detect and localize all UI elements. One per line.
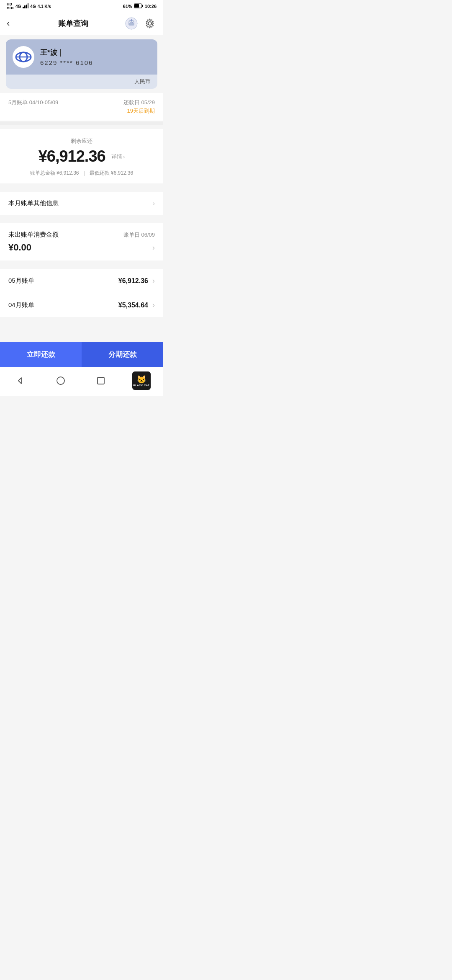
other-info-block: 本月账单其他信息 › (0, 192, 163, 215)
detail-button[interactable]: 详情 › (111, 153, 125, 160)
svg-rect-0 (23, 7, 24, 8)
svg-rect-2 (26, 5, 27, 8)
unbilled-date: 账单日 06/09 (123, 231, 155, 239)
card-section: 王*波 6229 **** 6106 人民币 (6, 39, 157, 89)
chevron-right-icon: › (153, 200, 155, 207)
remaining-label: 剩余应还 (8, 137, 155, 145)
svg-rect-1 (24, 5, 26, 8)
battery-label: 61% (123, 4, 132, 9)
amount-sub: 账单总金额 ¥6,912.36 最低还款 ¥6,912.36 (8, 170, 155, 177)
cursor (60, 49, 61, 57)
svg-rect-3 (28, 3, 28, 8)
billing-due-date: 还款日 05/29 (123, 99, 155, 106)
monthly-amount: ¥6,912.36 (118, 277, 148, 285)
svg-point-16 (148, 22, 152, 25)
chevron-right-icon: › (152, 276, 155, 285)
avatar-button[interactable] (125, 17, 138, 30)
pay-now-button[interactable]: 立即还款 (0, 342, 82, 367)
remaining-section: 剩余应还 ¥6,912.36 详情 › 账单总金额 ¥6,912.36 最低还款… (0, 129, 163, 183)
black-cat-badge: 🐱 BLACK CAT (132, 371, 152, 390)
monthly-bill-item[interactable]: 04月账单 ¥5,354.64 › (0, 293, 163, 317)
hd-label: HDHD₂ (7, 3, 14, 10)
unbilled-block: 未出账单消费金额 账单日 06/09 ¥0.00 › (0, 223, 163, 260)
svg-rect-22 (98, 377, 104, 384)
bottom-nav: 🐱 BLACK CAT (0, 367, 163, 396)
unbilled-header: 未出账单消费金额 账单日 06/09 (8, 231, 155, 239)
status-bar: HDHD₂ 4G 4G 4.1 K/s 61% 10:26 (0, 0, 163, 12)
battery-icon (134, 3, 143, 9)
min-label: 最低还款 ¥6,912.36 (90, 170, 134, 177)
other-info-right: › (153, 200, 155, 207)
header: ‹ 账单查询 (0, 12, 163, 35)
svg-rect-15 (131, 19, 132, 20)
back-button[interactable]: ‹ (7, 18, 23, 29)
billing-period-label: 5月账单 04/10-05/09 (8, 99, 58, 106)
network-4g2: 4G (30, 4, 36, 9)
other-info-item[interactable]: 本月账单其他信息 › (0, 192, 163, 215)
chevron-right-icon: › (152, 301, 155, 309)
black-cat-text: BLACK CAT (133, 384, 149, 387)
unbilled-label: 未出账单消费金额 (8, 231, 59, 239)
remaining-amount: ¥6,912.36 (39, 147, 105, 165)
monthly-label: 04月账单 (8, 301, 34, 309)
svg-point-21 (57, 377, 64, 384)
bottom-buttons: 立即还款 分期还款 (0, 342, 163, 367)
settings-button[interactable] (143, 17, 157, 30)
svg-rect-5 (142, 5, 143, 7)
svg-rect-6 (134, 4, 139, 8)
billing-days: 19天后到期 (123, 107, 155, 115)
sub-divider (84, 171, 85, 176)
status-right: 61% 10:26 (123, 3, 157, 9)
total-label: 账单总金额 ¥6,912.36 (30, 170, 79, 177)
card-currency: 人民币 (6, 75, 157, 89)
svg-point-13 (132, 22, 133, 23)
signal-icon (23, 3, 28, 9)
unbilled-amount: ¥0.00 (8, 242, 31, 253)
monthly-bills-block: 05月账单 ¥6,912.36 › 04月账单 ¥5,354.64 › (0, 269, 163, 317)
monthly-amount: ¥5,354.64 (118, 302, 148, 309)
speed-label: 4.1 K/s (38, 4, 51, 9)
card-name: 王*波 (40, 48, 151, 57)
chevron-right-icon: › (152, 243, 155, 252)
nav-back-button[interactable] (11, 375, 29, 387)
svg-marker-20 (18, 378, 21, 384)
billing-period: 5月账单 04/10-05/09 还款日 05/29 19天后到期 (0, 93, 163, 121)
network-4g: 4G (15, 4, 21, 9)
svg-point-12 (130, 22, 131, 23)
remaining-amount-row: ¥6,912.36 详情 › (8, 147, 155, 165)
nav-recent-button[interactable] (92, 375, 110, 387)
page-title: 账单查询 (23, 18, 123, 28)
card-top: 王*波 6229 **** 6106 (6, 39, 157, 75)
unbilled-amount-row[interactable]: ¥0.00 › (8, 242, 155, 253)
monthly-amount-row: ¥6,912.36 › (118, 276, 155, 285)
chevron-right-icon: › (123, 153, 125, 160)
time-label: 10:26 (145, 4, 157, 9)
other-info-label: 本月账单其他信息 (8, 199, 59, 207)
card-number: 6229 **** 6106 (40, 59, 151, 66)
cat-icon: 🐱 (137, 375, 146, 384)
installment-button[interactable]: 分期还款 (82, 342, 163, 367)
billing-period-right: 还款日 05/29 19天后到期 (123, 99, 155, 115)
header-icons (123, 17, 157, 30)
svg-rect-9 (128, 22, 134, 26)
nav-home-button[interactable] (51, 375, 70, 387)
status-left: HDHD₂ 4G 4G 4.1 K/s (7, 3, 51, 10)
monthly-amount-row: ¥5,354.64 › (118, 301, 155, 309)
monthly-label: 05月账单 (8, 277, 34, 285)
card-logo (13, 46, 34, 68)
monthly-bill-item[interactable]: 05月账单 ¥6,912.36 › (0, 269, 163, 293)
card-info: 王*波 6229 **** 6106 (40, 48, 151, 66)
detail-label: 详情 (111, 153, 122, 160)
